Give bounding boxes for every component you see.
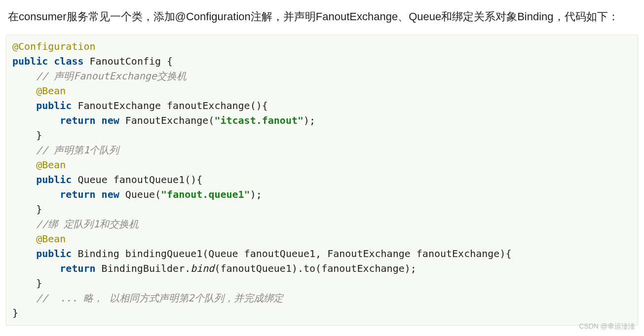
intro-paragraph: 在consumer服务常见一个类，添加@Configuration注解，并声明F… bbox=[6, 6, 638, 28]
code-text: } bbox=[12, 307, 18, 319]
code-string: "itcast.fanout" bbox=[214, 114, 303, 126]
code-comment: // ... 略， 以相同方式声明第2个队列，并完成绑定 bbox=[12, 292, 283, 304]
code-comment: // 声明第1个队列 bbox=[12, 144, 119, 156]
code-kw: new bbox=[96, 188, 119, 200]
code-text: ); bbox=[250, 188, 262, 200]
code-kw: class bbox=[54, 55, 83, 67]
code-kw: return bbox=[12, 262, 96, 274]
code-text: FanoutConfig { bbox=[84, 55, 173, 67]
code-anno: @Bean bbox=[12, 233, 66, 245]
code-text: (fanoutQueue1).to(fanoutExchange); bbox=[214, 262, 416, 274]
code-comment: //绑 定队列1和交换机 bbox=[12, 218, 139, 230]
code-text: BindingBuilder. bbox=[96, 262, 191, 274]
code-kw: new bbox=[96, 114, 119, 126]
code-text: Binding bindingQueue1(Queue fanoutQueue1… bbox=[72, 248, 511, 260]
code-line: @Configuration bbox=[12, 40, 96, 52]
code-string: "fanout.queue1" bbox=[161, 188, 250, 200]
code-kw: public bbox=[12, 174, 72, 186]
code-text: FanoutExchange fanoutExchange(){ bbox=[72, 100, 267, 112]
code-kw: return bbox=[12, 114, 96, 126]
code-text: } bbox=[12, 129, 42, 141]
code-comment: // 声明FanoutExchange交换机 bbox=[12, 70, 187, 82]
code-kw: public bbox=[12, 55, 48, 67]
code-text: Queue fanoutQueue1(){ bbox=[72, 174, 202, 186]
code-anno: @Bean bbox=[12, 85, 66, 97]
code-kw: public bbox=[12, 248, 72, 260]
code-block: @Configuration public class FanoutConfig… bbox=[6, 35, 638, 326]
code-kw: return bbox=[12, 188, 96, 200]
code-text: FanoutExchange( bbox=[119, 114, 215, 126]
code-anno: @Bean bbox=[12, 159, 66, 171]
code-text: } bbox=[12, 277, 42, 289]
code-text: Queue( bbox=[119, 188, 161, 200]
code-method-italic: bind bbox=[190, 262, 214, 274]
code-kw: public bbox=[12, 100, 72, 112]
code-text: ); bbox=[303, 114, 315, 126]
code-text: } bbox=[12, 203, 42, 215]
